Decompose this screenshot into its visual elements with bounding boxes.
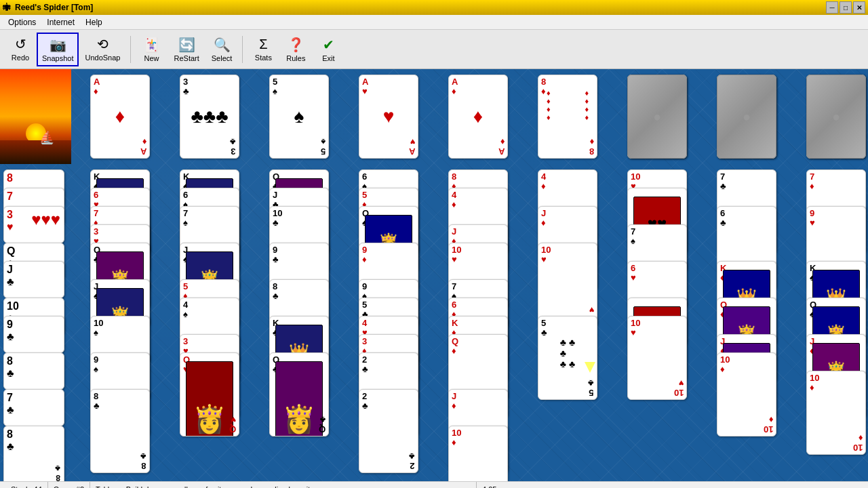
card-center: ♦ <box>473 106 483 127</box>
status-hint: Tableau: Build down regardless of suit -… <box>90 482 477 488</box>
left-7c[interactable]: 7♣ <box>3 389 64 426</box>
card-rank-tl: 8♣ <box>273 282 279 302</box>
snapshot-icon: 📷 <box>50 37 66 53</box>
card-col2-qh[interactable]: Q♥ 👸 Q♥ <box>180 352 239 436</box>
select-label: Select <box>212 54 233 62</box>
titlebar-title: Reed's Spider [Tom] <box>11 3 826 12</box>
status-game-text: Game #2 <box>54 485 84 489</box>
menu-help[interactable]: Help <box>80 16 108 28</box>
left-8c[interactable]: 8♣ <box>3 352 64 390</box>
card-col7-10h2[interactable]: 10♥ 10♥ <box>627 316 687 400</box>
restart-icon: 🔄 <box>178 37 195 53</box>
card-rank-br: 10♦ <box>853 432 863 452</box>
card-col6-8d[interactable]: 8♦ ♦♦♦♦ ♦♦♦♦ 8♦ <box>538 75 597 159</box>
card-rank-br: 8♣ <box>140 451 146 470</box>
status-stock: Stock: 44 <box>5 482 48 488</box>
card-rank-br: Q♣ <box>319 414 326 434</box>
card-col5-top[interactable]: A♦ ♦ A♦ <box>448 75 508 159</box>
card-rank-tl: 8♣ <box>94 392 100 411</box>
stock-pile-2[interactable] <box>717 75 776 159</box>
menubar: Options Internet Help <box>0 15 868 30</box>
stats-icon: Σ <box>259 37 267 52</box>
card-rank-tl: 10♥ <box>541 245 551 265</box>
card-rank-tl: 10♦ <box>810 373 819 393</box>
card-rank-br: Q♥ <box>229 414 236 434</box>
exit-button[interactable]: ✔ Exit <box>313 33 343 66</box>
card-rank-tl: 7♦ <box>810 172 814 192</box>
titlebar-icon: 🕷 <box>3 3 11 12</box>
stock-pile-1[interactable] <box>627 75 687 159</box>
card-rank-br: 10♦ <box>764 414 773 434</box>
redo-icon: ↺ <box>15 36 26 52</box>
left-9c[interactable]: 9♣ <box>3 316 64 353</box>
status-time-text: 4:05 <box>482 485 496 489</box>
redo-button[interactable]: ↺ Redo <box>5 33 35 66</box>
card-col9-10d2[interactable]: 10♦ 10♦ <box>806 371 866 455</box>
card-rank-tl: A♦ <box>452 77 458 97</box>
left-jc[interactable]: J♣ <box>3 261 64 298</box>
select-button[interactable]: 🔍 Select <box>207 33 237 66</box>
card-col3-top[interactable]: 5♠ ♠ 5♠ <box>269 75 329 159</box>
exit-icon: ✔ <box>323 37 334 53</box>
card-center: ♦ <box>115 106 125 127</box>
card-col3-qc2[interactable]: Q♣ 👸 Q♣ <box>269 352 329 436</box>
card-rank-tl: 10♦ <box>720 355 730 375</box>
game-area[interactable]: ⛵ A♦ ♦ A♦ K♠ 👑 K♠ 6♥ 6♥ 7♦ 7♦ 3♥ 3♥ Q♣ 👸… <box>0 69 868 481</box>
card-rank-br: 8♦ <box>589 136 594 156</box>
card-center: ♥ <box>383 106 395 127</box>
card-rank-br: 10♥ <box>674 378 684 397</box>
maximize-button[interactable]: □ <box>840 1 852 14</box>
card-rank-tl: Q♦ <box>452 337 458 357</box>
stock-pile-3[interactable] <box>806 75 866 159</box>
water <box>0 140 71 164</box>
toolbar: ↺ Redo 📷 Snapshot ⟲ UndoSnap 🃏 New 🔄 ReS… <box>0 30 868 69</box>
card-rank-tl: 2♣ <box>362 392 368 411</box>
card-col5-10d[interactable]: 10♦ 10♦ <box>448 426 508 481</box>
new-button[interactable]: 🃏 New <box>136 33 166 66</box>
card-rank-br: A♥ <box>409 136 415 156</box>
toolbar-separator-1 <box>130 36 131 63</box>
card-rank-tl: 6♣ <box>720 209 726 228</box>
menu-options[interactable]: Options <box>3 16 41 28</box>
card-col1-8c[interactable]: 8♣ 8♣ <box>90 389 150 473</box>
card-col4-2c2[interactable]: 2♣ 2♣ <box>359 389 418 473</box>
status-hint-text: Tableau: Build down regardless of suit -… <box>96 485 335 489</box>
select-icon: 🔍 <box>214 37 231 53</box>
close-button[interactable]: ✕ <box>853 1 865 14</box>
stats-button[interactable]: Σ Stats <box>248 33 278 65</box>
redo-label: Redo <box>12 54 29 62</box>
status-stock-text: Stock: 44 <box>11 485 42 489</box>
restart-button[interactable]: 🔄 ReStart <box>169 33 203 66</box>
titlebar: 🕷 Reed's Spider [Tom] ─ □ ✕ <box>0 0 868 15</box>
card-rank-tl: 10♥ <box>452 245 461 265</box>
card-rank-br: 3♣ <box>230 136 236 156</box>
statusbar: Stock: 44 Game #2 Tableau: Build down re… <box>0 481 868 488</box>
undosnap-button[interactable]: ⟲ UndoSnap <box>80 33 125 66</box>
card-col1-top[interactable]: A♦ ♦ A♦ <box>90 75 150 159</box>
card-col2-top[interactable]: 3♣ ♣♣♣ 3♣ <box>180 75 239 159</box>
card-col8-10d[interactable]: 10♦ 10♦ <box>717 352 776 436</box>
card-center: ♠ <box>294 106 304 127</box>
card-rank-br: A♦ <box>498 136 505 156</box>
new-icon: 🃏 <box>143 37 160 53</box>
sunset-image: ⛵ <box>0 69 71 164</box>
rules-button[interactable]: ❓ Rules <box>281 33 311 66</box>
undosnap-label: UndoSnap <box>85 54 120 62</box>
minimize-button[interactable]: ─ <box>826 1 838 14</box>
card-center: ♣♣♣ <box>191 106 228 127</box>
undosnap-icon: ⟲ <box>97 36 108 52</box>
card-rank-tl: 9♣ <box>273 245 279 265</box>
snapshot-button[interactable]: 📷 Snapshot <box>37 33 79 66</box>
left-3h[interactable]: 3♥ ♥♥♥ <box>3 206 64 243</box>
card-rank-tl: 9♦ <box>362 245 367 265</box>
menu-internet[interactable]: Internet <box>41 16 80 28</box>
card-rank-tl: 7♠ <box>183 209 188 228</box>
left-bottom[interactable]: 8♣ 8♣ <box>3 426 64 481</box>
card-col6-5c[interactable]: 5♣ ♣ ♣ ♣ ♣ ♣ 5♣ <box>538 316 597 400</box>
status-time: 4:05 <box>477 482 863 488</box>
card-rank-tl: 5♣ <box>541 319 547 338</box>
rules-label: Rules <box>286 54 305 62</box>
undo-group: ↺ Redo 📷 Snapshot ⟲ UndoSnap <box>5 33 125 66</box>
card-col6-10h[interactable]: 10♥ 10♥ <box>538 243 597 327</box>
card-col4-top[interactable]: A♥ ♥ A♥ <box>359 75 418 159</box>
